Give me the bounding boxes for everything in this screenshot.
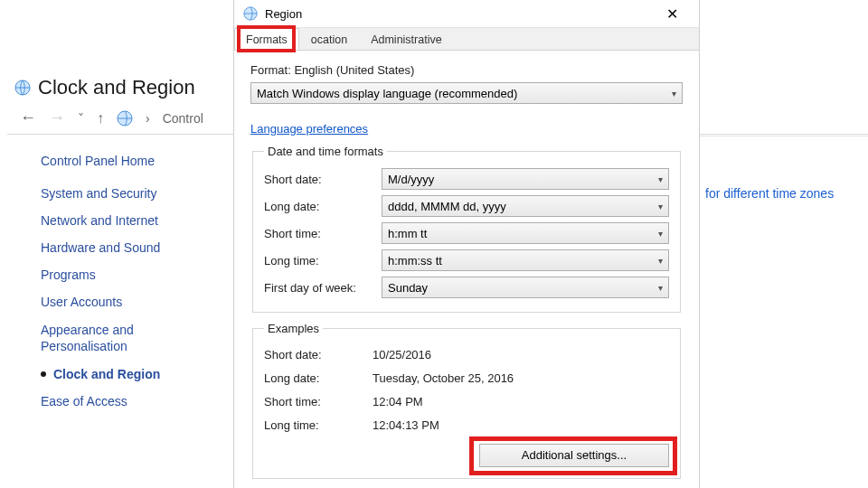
group-legend: Examples bbox=[264, 322, 323, 335]
group-legend: Date and time formats bbox=[264, 145, 387, 158]
sidebar-item-hardware[interactable]: Hardware and Sound bbox=[41, 240, 222, 255]
examples-group: Examples Short date:10/25/2016 Long date… bbox=[252, 322, 681, 479]
dialog-title: Region bbox=[265, 7, 302, 21]
tab-location[interactable]: ocation bbox=[299, 28, 359, 50]
short-time-select[interactable]: h:mm tt▾ bbox=[382, 222, 669, 244]
short-date-select[interactable]: M/d/yyyy▾ bbox=[382, 168, 669, 190]
breadcrumb: ← → ˅ ↑ › Control bbox=[20, 108, 203, 127]
first-day-value: Sunday bbox=[388, 281, 428, 295]
example-long-time: 12:04:13 PM bbox=[373, 418, 439, 432]
sidebar-item-system[interactable]: System and Security bbox=[41, 186, 222, 201]
format-label: Format: English (United States) bbox=[250, 63, 683, 77]
chevron-down-icon: ▾ bbox=[658, 283, 663, 293]
example-short-date: 10/25/2016 bbox=[373, 348, 431, 361]
label-short-date: Short date: bbox=[264, 348, 373, 361]
globe-icon bbox=[117, 110, 133, 127]
globe-icon bbox=[243, 6, 258, 21]
chevron-down-icon: ▾ bbox=[658, 174, 663, 184]
chevron-down-icon: ▾ bbox=[658, 256, 663, 266]
long-date-select[interactable]: dddd, MMMM dd, yyyy▾ bbox=[382, 195, 669, 217]
tab-formats[interactable]: Formats bbox=[234, 28, 299, 50]
label-short-time: Short time: bbox=[264, 227, 382, 240]
breadcrumb-item[interactable]: Control bbox=[163, 111, 203, 126]
format-select[interactable]: Match Windows display language (recommen… bbox=[250, 82, 683, 104]
sidebar-item-appearance[interactable]: Appearance and Personalisation bbox=[41, 322, 222, 354]
sidebar-item-programs[interactable]: Programs bbox=[41, 267, 222, 282]
date-time-formats-group: Date and time formats Short date: M/d/yy… bbox=[252, 145, 681, 313]
long-time-value: h:mm:ss tt bbox=[388, 254, 442, 267]
label-long-time: Long time: bbox=[264, 254, 382, 267]
nav-up-icon[interactable]: ↑ bbox=[97, 110, 104, 127]
short-date-value: M/d/yyyy bbox=[388, 173, 434, 186]
label-short-time: Short time: bbox=[264, 395, 373, 408]
example-long-date: Tuesday, October 25, 2016 bbox=[373, 371, 514, 385]
sidebar-item-ease-of-access[interactable]: Ease of Access bbox=[41, 394, 222, 408]
nav-back-icon[interactable]: ← bbox=[20, 108, 36, 127]
format-select-value: Match Windows display language (recommen… bbox=[257, 87, 517, 100]
sidebar-item-network[interactable]: Network and Internet bbox=[41, 213, 222, 228]
tab-administrative[interactable]: Administrative bbox=[359, 28, 454, 50]
close-button[interactable]: ✕ bbox=[654, 5, 690, 23]
page-title: Clock and Region bbox=[38, 76, 195, 99]
language-preferences-link[interactable]: Language preferences bbox=[250, 122, 368, 136]
label-long-date: Long date: bbox=[264, 371, 373, 385]
sidebar-item-clock-region[interactable]: Clock and Region bbox=[53, 367, 160, 381]
additional-settings-button[interactable]: Additional settings... bbox=[479, 444, 669, 467]
label-short-date: Short date: bbox=[264, 173, 382, 186]
chevron-right-icon: › bbox=[146, 111, 150, 126]
chevron-down-icon: ▾ bbox=[658, 229, 663, 239]
long-time-select[interactable]: h:mm:ss tt▾ bbox=[382, 249, 669, 271]
label-first-day: First day of week: bbox=[264, 281, 382, 295]
example-short-time: 12:04 PM bbox=[373, 395, 423, 408]
chevron-down-icon: ▾ bbox=[658, 202, 663, 211]
nav-forward-icon: → bbox=[49, 108, 65, 127]
bullet-icon bbox=[41, 371, 46, 377]
sidebar-home[interactable]: Control Panel Home bbox=[41, 154, 222, 168]
chevron-down-icon[interactable]: ˅ bbox=[78, 111, 84, 126]
label-long-time: Long time: bbox=[264, 418, 373, 432]
first-day-select[interactable]: Sunday▾ bbox=[382, 277, 669, 298]
globe-icon bbox=[14, 80, 31, 96]
chevron-down-icon: ▾ bbox=[672, 89, 676, 99]
label-long-date: Long date: bbox=[264, 200, 382, 213]
link-time-zones[interactable]: for different time zones bbox=[705, 186, 834, 201]
short-time-value: h:mm tt bbox=[388, 227, 427, 240]
sidebar-item-user-accounts[interactable]: User Accounts bbox=[41, 295, 222, 309]
region-dialog: Region ✕ Formats ocation Administrative … bbox=[233, 0, 700, 488]
long-date-value: dddd, MMMM dd, yyyy bbox=[388, 200, 506, 213]
